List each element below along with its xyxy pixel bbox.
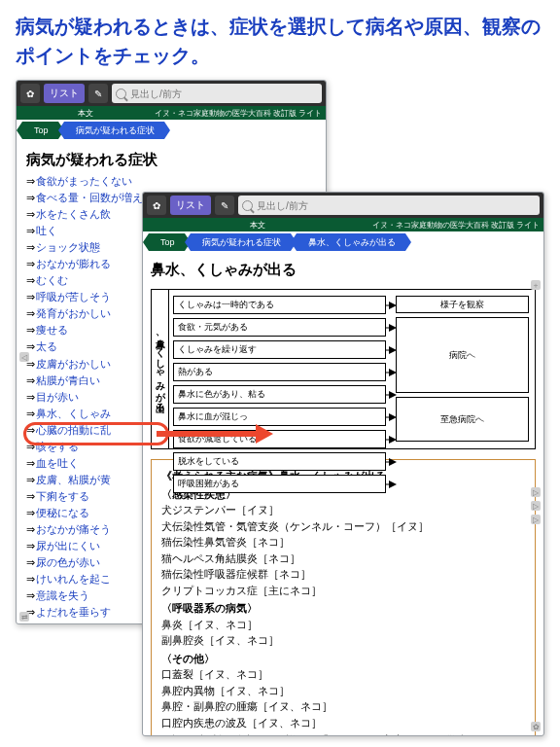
stage: ✿ リスト ✎ 本文 イヌ・ネコ家庭動物の医学大百科 改訂版 ライト Top 病… xyxy=(16,80,544,741)
cond-subheading: 〈その他〉 xyxy=(161,651,525,667)
symptom-link[interactable]: 食欲がまったくない xyxy=(26,173,316,190)
gear-icon[interactable]: ✿ xyxy=(531,722,541,731)
flow-condition: 脱水をしている xyxy=(173,452,386,471)
search-box[interactable] xyxy=(238,196,540,215)
cond-note: ●病気の診断や治療などの詳細は『イヌ・ネコ家庭動物の医学大百 xyxy=(161,732,525,735)
flow-condition: 呼吸困難がある xyxy=(173,475,386,493)
stripe-right: イヌ・ネコ家庭動物の医学大百科 改訂版 ライト xyxy=(155,108,326,119)
crumb-top[interactable]: Top xyxy=(149,233,185,251)
stripe-right: イヌ・ネコ家庭動物の医学大百科 改訂版 ライト xyxy=(372,220,543,231)
list-button[interactable]: リスト xyxy=(44,84,85,103)
flow-outcome: 至急病院へ xyxy=(396,397,529,442)
cond-item: クリプトコッカス症［主にネコ］ xyxy=(161,583,525,599)
flow-left-col: くしゃみは一時的である食欲・元気があるくしゃみを繰り返す熱がある鼻水に色があり、… xyxy=(169,290,390,448)
page-title: 病気が疑われる症状 xyxy=(26,151,316,169)
crumb-current[interactable]: 鼻水、くしゃみが出る xyxy=(297,233,405,251)
flow-condition: 鼻水に血が混じっ xyxy=(173,408,386,426)
flow-condition: くしゃみを繰り返す xyxy=(173,340,386,359)
search-box[interactable] xyxy=(112,84,322,103)
toolbar: ✿ リスト ✎ xyxy=(143,193,543,218)
rail-tri-icon[interactable]: ▷ xyxy=(531,515,541,524)
crumb-parent[interactable]: 病気が疑われる症状 xyxy=(191,233,291,251)
cond-item: 犬伝染性気管・気管支炎（ケンネル・コーフ）［イヌ］ xyxy=(161,518,525,535)
search-icon xyxy=(116,89,126,99)
cond-item: 口腔内疾患の波及［イヌ、ネコ］ xyxy=(161,715,525,731)
toolbar: ✿ リスト ✎ xyxy=(17,81,326,106)
green-stripe: 本文 イヌ・ネコ家庭動物の医学大百科 改訂版 ライト xyxy=(17,106,326,120)
flow-right-col: 様子を観察 病院へ 至急病院へ xyxy=(390,290,535,448)
search-input[interactable] xyxy=(130,89,318,99)
flow-outcome: 病院へ xyxy=(396,317,529,393)
gear-icon[interactable]: ✿ xyxy=(147,196,166,215)
right-rail: ＋ ▷ ▷ ▷ ✿ xyxy=(530,280,542,731)
flow-condition: 食欲が減退している xyxy=(173,430,386,448)
flow-condition: 食欲・元気がある xyxy=(173,318,386,337)
plus-icon[interactable]: ＋ xyxy=(531,280,541,290)
stripe-center: 本文 xyxy=(17,108,155,119)
cond-item: 鼻腔・副鼻腔の腫瘍［イヌ、ネコ］ xyxy=(161,698,525,715)
flow-vlabel: 鼻水、くしゃみが出る xyxy=(152,290,169,448)
search-input[interactable] xyxy=(257,200,536,211)
cond-item: 口蓋裂［イヌ、ネコ］ xyxy=(161,666,525,683)
flow-condition: くしゃみは一時的である xyxy=(173,296,386,314)
cond-item: 猫伝染性呼吸器症候群［ネコ］ xyxy=(161,566,525,583)
headline: 病気が疑われるときは、症状を選択して病名や原因、観察のポイントをチェック。 xyxy=(0,0,560,78)
breadcrumb: Top 病気が疑われる症状 鼻水、くしゃみが出る xyxy=(143,231,543,253)
cond-item: 犬ジステンパー［イヌ］ xyxy=(161,502,525,518)
search-icon xyxy=(242,200,253,211)
front-panel: ✿ リスト ✎ 本文 イヌ・ネコ家庭動物の医学大百科 改訂版 ライト Top 病… xyxy=(142,192,544,736)
rail-swap-icon[interactable]: ⇄ xyxy=(19,612,29,622)
green-stripe: 本文 イヌ・ネコ家庭動物の医学大百科 改訂版 ライト xyxy=(143,218,543,231)
flow-condition: 熱がある xyxy=(173,363,386,381)
cond-item: 鼻腔内異物［イヌ、ネコ］ xyxy=(161,683,525,699)
stripe-center: 本文 xyxy=(143,220,372,231)
cond-subheading: 〈呼吸器系の病気〉 xyxy=(161,600,525,617)
front-body: 鼻水、くしゃみが出る 鼻水、くしゃみが出る くしゃみは一時的である食欲・元気があ… xyxy=(143,253,543,735)
rail-tri-icon[interactable]: ◁ xyxy=(19,352,29,362)
rail-tri-icon[interactable]: ▷ xyxy=(531,501,541,511)
gear-icon[interactable]: ✿ xyxy=(20,84,40,103)
left-rail: ◁ ⇄ xyxy=(18,106,30,622)
cond-item: 猫伝染性鼻気管炎［ネコ］ xyxy=(161,534,525,551)
pen-icon[interactable]: ✎ xyxy=(88,84,108,103)
pen-icon[interactable]: ✎ xyxy=(215,196,234,215)
detail-title: 鼻水、くしゃみが出る xyxy=(151,261,536,279)
flow-outcome: 様子を観察 xyxy=(396,296,529,313)
cond-item: 猫ヘルペス角結膜炎［ネコ］ xyxy=(161,551,525,567)
crumb-current[interactable]: 病気が疑われる症状 xyxy=(64,122,164,139)
rail-tri-icon[interactable]: ▷ xyxy=(531,487,541,497)
cond-item: 副鼻腔炎［イヌ、ネコ］ xyxy=(161,632,525,649)
flow-condition: 鼻水に色があり、粘る xyxy=(173,385,386,404)
flowchart: 鼻水、くしゃみが出る くしゃみは一時的である食欲・元気があるくしゃみを繰り返す熱… xyxy=(151,289,536,449)
cond-item: 鼻炎［イヌ、ネコ］ xyxy=(161,617,525,633)
list-button[interactable]: リスト xyxy=(170,196,211,215)
conditions-box: 《考えられる主な病気》鼻水、くしゃみが出る〈感染性疾患〉犬ジステンパー［イヌ］犬… xyxy=(151,459,536,735)
breadcrumb: Top 病気が疑われる症状 xyxy=(17,120,326,141)
